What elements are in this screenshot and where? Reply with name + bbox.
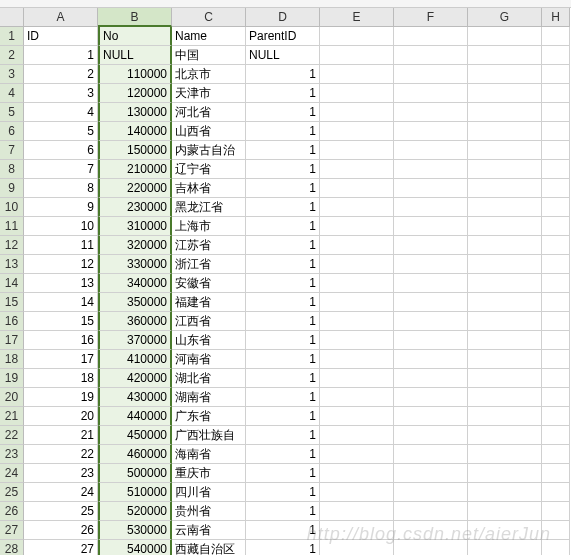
cell-B17[interactable]: 370000	[98, 331, 172, 350]
cell-F14[interactable]	[394, 274, 468, 293]
cell-C5[interactable]: 河北省	[172, 103, 246, 122]
row-header[interactable]: 3	[0, 65, 24, 84]
cell-A2[interactable]: 1	[24, 46, 98, 65]
cell-F10[interactable]	[394, 198, 468, 217]
cell-G25[interactable]	[468, 483, 542, 502]
cell-C13[interactable]: 浙江省	[172, 255, 246, 274]
formula-bar[interactable]	[0, 0, 571, 8]
cell-C12[interactable]: 江苏省	[172, 236, 246, 255]
cell-C27[interactable]: 云南省	[172, 521, 246, 540]
cell-G14[interactable]	[468, 274, 542, 293]
cell-H5[interactable]	[542, 103, 570, 122]
cell-B1[interactable]: No	[98, 27, 172, 46]
cell-D28[interactable]: 1	[246, 540, 320, 555]
row-header[interactable]: 13	[0, 255, 24, 274]
cell-G1[interactable]	[468, 27, 542, 46]
cell-E11[interactable]	[320, 217, 394, 236]
cell-H28[interactable]	[542, 540, 570, 555]
row-header[interactable]: 11	[0, 217, 24, 236]
cell-D26[interactable]: 1	[246, 502, 320, 521]
cell-D7[interactable]: 1	[246, 141, 320, 160]
cell-C4[interactable]: 天津市	[172, 84, 246, 103]
cell-D3[interactable]: 1	[246, 65, 320, 84]
cell-F15[interactable]	[394, 293, 468, 312]
cell-F22[interactable]	[394, 426, 468, 445]
cell-G16[interactable]	[468, 312, 542, 331]
cell-F21[interactable]	[394, 407, 468, 426]
cell-H4[interactable]	[542, 84, 570, 103]
row-header[interactable]: 12	[0, 236, 24, 255]
cell-B24[interactable]: 500000	[98, 464, 172, 483]
cell-D25[interactable]: 1	[246, 483, 320, 502]
cell-F12[interactable]	[394, 236, 468, 255]
cell-F28[interactable]	[394, 540, 468, 555]
cell-C20[interactable]: 湖南省	[172, 388, 246, 407]
cell-H3[interactable]	[542, 65, 570, 84]
cell-B19[interactable]: 420000	[98, 369, 172, 388]
cell-E14[interactable]	[320, 274, 394, 293]
cell-E18[interactable]	[320, 350, 394, 369]
cell-C17[interactable]: 山东省	[172, 331, 246, 350]
cell-C24[interactable]: 重庆市	[172, 464, 246, 483]
cell-H18[interactable]	[542, 350, 570, 369]
cell-H13[interactable]	[542, 255, 570, 274]
row-header[interactable]: 1	[0, 27, 24, 46]
cell-F25[interactable]	[394, 483, 468, 502]
row-header[interactable]: 26	[0, 502, 24, 521]
cell-G8[interactable]	[468, 160, 542, 179]
cell-A13[interactable]: 12	[24, 255, 98, 274]
cell-F18[interactable]	[394, 350, 468, 369]
col-header-F[interactable]: F	[394, 8, 468, 27]
cell-F17[interactable]	[394, 331, 468, 350]
cell-G17[interactable]	[468, 331, 542, 350]
cell-A14[interactable]: 13	[24, 274, 98, 293]
col-header-H[interactable]: H	[542, 8, 570, 27]
cell-C14[interactable]: 安徽省	[172, 274, 246, 293]
cell-G15[interactable]	[468, 293, 542, 312]
cell-H20[interactable]	[542, 388, 570, 407]
cell-D20[interactable]: 1	[246, 388, 320, 407]
cell-B7[interactable]: 150000	[98, 141, 172, 160]
cell-G2[interactable]	[468, 46, 542, 65]
cell-H27[interactable]	[542, 521, 570, 540]
row-header[interactable]: 27	[0, 521, 24, 540]
cell-E5[interactable]	[320, 103, 394, 122]
cell-F13[interactable]	[394, 255, 468, 274]
cell-G6[interactable]	[468, 122, 542, 141]
cell-G24[interactable]	[468, 464, 542, 483]
cell-C15[interactable]: 福建省	[172, 293, 246, 312]
cell-G3[interactable]	[468, 65, 542, 84]
cell-F2[interactable]	[394, 46, 468, 65]
cell-H22[interactable]	[542, 426, 570, 445]
cell-E13[interactable]	[320, 255, 394, 274]
cell-H15[interactable]	[542, 293, 570, 312]
cell-C21[interactable]: 广东省	[172, 407, 246, 426]
cell-B13[interactable]: 330000	[98, 255, 172, 274]
cell-E6[interactable]	[320, 122, 394, 141]
cell-B9[interactable]: 220000	[98, 179, 172, 198]
cell-D8[interactable]: 1	[246, 160, 320, 179]
cell-C25[interactable]: 四川省	[172, 483, 246, 502]
row-header[interactable]: 9	[0, 179, 24, 198]
row-header[interactable]: 16	[0, 312, 24, 331]
cell-B14[interactable]: 340000	[98, 274, 172, 293]
row-header[interactable]: 7	[0, 141, 24, 160]
cell-B20[interactable]: 430000	[98, 388, 172, 407]
cell-E25[interactable]	[320, 483, 394, 502]
cell-D15[interactable]: 1	[246, 293, 320, 312]
cell-E17[interactable]	[320, 331, 394, 350]
cell-H10[interactable]	[542, 198, 570, 217]
cell-D11[interactable]: 1	[246, 217, 320, 236]
row-header[interactable]: 2	[0, 46, 24, 65]
cell-B25[interactable]: 510000	[98, 483, 172, 502]
cell-G10[interactable]	[468, 198, 542, 217]
cell-C2[interactable]: 中国	[172, 46, 246, 65]
cell-H9[interactable]	[542, 179, 570, 198]
cell-A27[interactable]: 26	[24, 521, 98, 540]
cell-A19[interactable]: 18	[24, 369, 98, 388]
cell-H16[interactable]	[542, 312, 570, 331]
row-header[interactable]: 8	[0, 160, 24, 179]
cell-G7[interactable]	[468, 141, 542, 160]
cell-F6[interactable]	[394, 122, 468, 141]
cell-H25[interactable]	[542, 483, 570, 502]
